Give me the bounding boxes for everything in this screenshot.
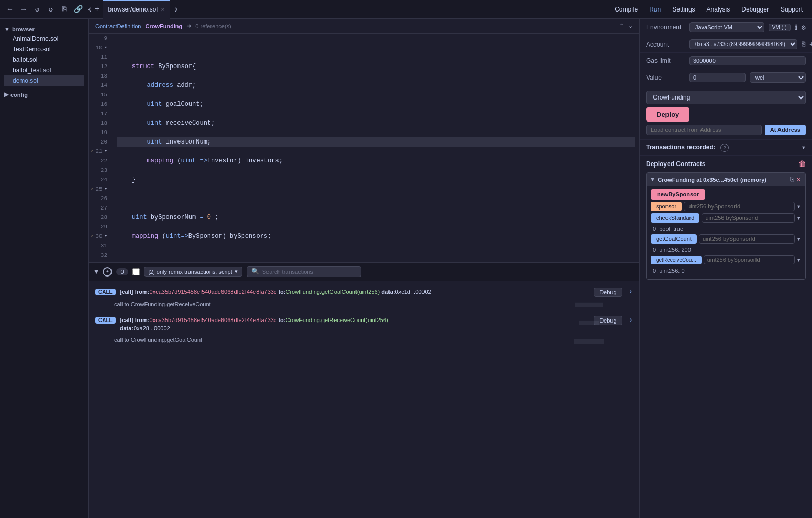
refresh-icon[interactable]: ↺ xyxy=(31,4,43,15)
tx-filter-dropdown[interactable]: [2] only remix transactions, script ▾ xyxy=(144,267,242,277)
checkstandard-chevron-icon[interactable]: ▾ xyxy=(797,214,801,223)
line-13: 13 xyxy=(89,71,107,81)
settings-menu[interactable]: Settings xyxy=(667,4,700,15)
getreceivecount-input[interactable] xyxy=(704,255,795,264)
contract-arrow: ➜ xyxy=(186,23,191,29)
sponsor-input[interactable] xyxy=(684,202,794,211)
chevron-right-icon: ▶ xyxy=(4,91,8,98)
debug-button-2[interactable]: Debug xyxy=(594,316,622,325)
env-info-icon[interactable]: ℹ xyxy=(795,23,797,32)
circle-icon: ● xyxy=(103,267,112,277)
code-line-10: struct BySponsor{ xyxy=(117,62,635,71)
debugger-menu[interactable]: Debugger xyxy=(736,4,774,15)
code-line-17 xyxy=(117,194,635,203)
line-16: 16 xyxy=(89,100,107,109)
refresh2-icon[interactable]: ↺ xyxy=(45,4,57,15)
analysis-menu[interactable]: Analysis xyxy=(702,4,736,15)
dc-close-icon[interactable]: ✕ xyxy=(797,175,801,184)
top-bar: ← → ↺ ↺ ⎘ 🔗 ‹ + browser/demo.sol ✕ › Com… xyxy=(0,0,812,19)
tx-expand-icon-2[interactable]: › xyxy=(629,316,633,324)
load-contract-input[interactable] xyxy=(646,125,762,135)
value-input[interactable] xyxy=(689,73,746,82)
tab-close-icon[interactable]: ✕ xyxy=(161,7,165,13)
add-tab-button[interactable]: + xyxy=(95,5,100,14)
vm-badge: VM (-) xyxy=(769,24,791,31)
sponsor-chevron-icon[interactable]: ▾ xyxy=(797,202,801,211)
line-17: 17 xyxy=(89,109,107,118)
sponsor-button[interactable]: sponsor xyxy=(651,202,682,211)
account-select[interactable]: 0xca3...a733c (89.999999999998168!) xyxy=(689,39,797,49)
code-editor: 9 10▾ 11 12 13 14 15 16 17 18 19 20 ⚠21▾… xyxy=(89,34,639,262)
getreceivecount-button[interactable]: getReceiveCou... xyxy=(651,256,702,264)
at-address-button[interactable]: At Address xyxy=(765,125,806,135)
code-content: struct BySponsor{ address addr; uint goa… xyxy=(113,34,639,262)
tx-search-box[interactable]: 🔍 xyxy=(247,266,361,277)
getreceivecount-chevron-icon[interactable]: ▾ xyxy=(797,256,801,264)
sidebar-item-animaldemo[interactable]: AnimalDemo.sol xyxy=(4,34,84,44)
gas-limit-label: Gas limit xyxy=(646,57,685,64)
newbysponsor-button[interactable]: newBySponsor xyxy=(651,189,705,200)
forward-icon[interactable]: → xyxy=(18,4,29,15)
main-layout: ▼ browser AnimalDemo.sol TestDemo.sol ba… xyxy=(0,19,812,518)
dc-name: CrowFunding at 0x35e...450cf (memory) xyxy=(658,177,786,183)
account-copy-icon[interactable]: ⎘ xyxy=(802,41,805,48)
tx-text-2: [call] from:0xca35b7d915458ef540ade6068d… xyxy=(120,316,590,333)
line-23: 23 xyxy=(89,166,107,175)
right-menu: Compile Run Settings Analysis Debugger S… xyxy=(609,4,808,15)
getgoalcount-button[interactable]: getGoalCount xyxy=(651,234,697,244)
account-plus-icon[interactable]: + xyxy=(809,40,812,49)
line-18: 18 xyxy=(89,118,107,128)
sidebar-item-ballot-test[interactable]: ballot_test.sol xyxy=(4,65,84,75)
debug-button-1[interactable]: Debug xyxy=(594,288,622,297)
tx-chevron-icon[interactable]: ▾ xyxy=(802,143,806,152)
tx-help-icon[interactable]: ? xyxy=(720,144,729,152)
sidebar-item-ballot[interactable]: ballot.sol xyxy=(4,54,84,65)
browser-section-title[interactable]: ▼ browser xyxy=(4,25,84,34)
compile-menu[interactable]: Compile xyxy=(609,4,643,15)
account-row: Account 0xca3...a733c (89.99999999999816… xyxy=(640,36,812,53)
config-section-title[interactable]: ▶ config xyxy=(4,90,84,99)
gas-limit-input[interactable] xyxy=(689,56,806,65)
link-icon[interactable]: 🔗 xyxy=(72,4,84,15)
collapse-icon[interactable]: ⌄ xyxy=(628,23,633,29)
getgoalcount-chevron-icon[interactable]: ▾ xyxy=(797,235,801,244)
dc-chevron-icon[interactable]: ▼ xyxy=(651,176,654,183)
search-input[interactable] xyxy=(262,269,357,275)
tx-recorded-row[interactable]: Transactions recorded: ? ▾ xyxy=(640,140,812,156)
tx-count-badge: 0 xyxy=(116,268,128,275)
active-tab[interactable]: browser/demo.sol ✕ xyxy=(103,0,170,19)
run-menu[interactable]: Run xyxy=(644,4,666,15)
trash-icon[interactable]: 🗑 xyxy=(798,160,806,168)
code-line-12: uint goalCount; xyxy=(117,100,635,109)
code-line-14: uint investorNum; xyxy=(117,137,635,147)
deploy-button[interactable]: Deploy xyxy=(646,107,689,122)
arrow-down-icon[interactable]: ▼ xyxy=(94,268,98,276)
line-31: 31 xyxy=(89,241,107,250)
tx-expand-icon-1[interactable]: › xyxy=(629,288,633,296)
line-12: 12 xyxy=(89,62,107,71)
checkstandard-input[interactable] xyxy=(702,213,794,223)
support-menu[interactable]: Support xyxy=(775,4,808,15)
expand-icon[interactable]: ⌃ xyxy=(619,23,624,29)
tx-entry-1: CALL [call] from:0xca35b7d915458ef540ade… xyxy=(95,285,633,310)
tab-nav-left[interactable]: ‹ xyxy=(87,4,93,15)
tx-checkbox[interactable] xyxy=(132,268,140,275)
copy-icon[interactable]: ⎘ xyxy=(59,4,70,15)
code-line-15: mapping (uint =>Investor) investors; xyxy=(117,156,635,166)
environment-select[interactable]: JavaScript VM xyxy=(689,22,764,32)
env-settings-icon[interactable]: ⚙ xyxy=(802,23,806,32)
sidebar-item-testdemo[interactable]: TestDemo.sol xyxy=(4,44,84,54)
tx-type-badge-2: CALL xyxy=(95,317,116,324)
tx-recorded-label: Transactions recorded: ? xyxy=(646,144,802,152)
contract-select[interactable]: CrowFunding xyxy=(646,91,806,104)
checkstandard-button[interactable]: checkStandard xyxy=(651,213,699,223)
value-label: Value xyxy=(646,74,685,81)
sidebar-item-demo[interactable]: demo.sol xyxy=(4,75,84,86)
dc-copy-icon[interactable]: ⎘ xyxy=(790,176,794,183)
tx-debug-1: Debug xyxy=(594,288,622,297)
getgoalcount-input[interactable] xyxy=(699,234,795,244)
tx-desc-1: call to CrowFunding.getReceiveCount xyxy=(95,299,633,310)
back-icon[interactable]: ← xyxy=(4,4,16,15)
tab-nav-right[interactable]: › xyxy=(173,4,179,15)
value-unit-select[interactable]: wei gwei ether xyxy=(750,72,806,83)
